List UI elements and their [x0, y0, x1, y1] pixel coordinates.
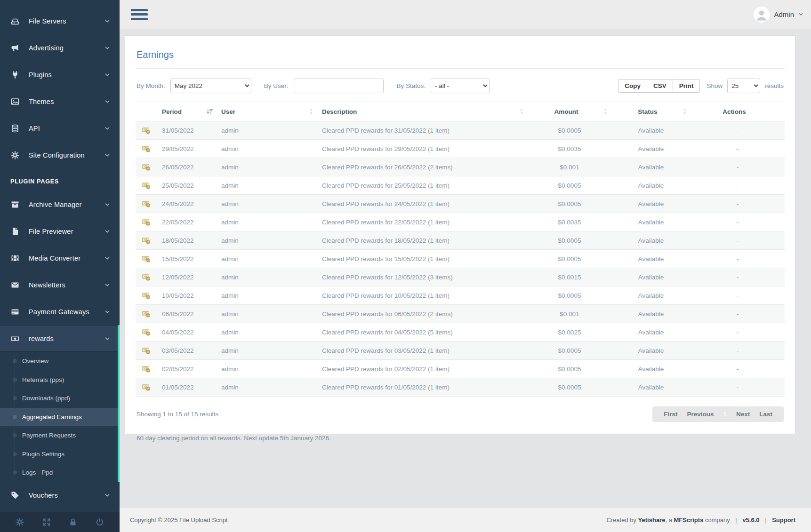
user-cell: admin	[217, 378, 317, 397]
chevron-down-icon	[104, 229, 110, 234]
table-header: PeriodUserDescriptionAmountStatusActions	[136, 102, 785, 121]
sidebar-item-vouchers[interactable]: Vouchers	[0, 482, 120, 509]
sidebar-item-label: Archive Manager	[29, 201, 104, 208]
credits-separator-text: , a	[665, 516, 672, 524]
description-cell: Cleared PPD rewards for 31/05/2022 (1 it…	[317, 121, 528, 140]
sidebar-subitem-plugin-settings[interactable]: Plugin Settings	[0, 445, 120, 464]
amount-cell: $0.0005	[528, 231, 611, 250]
csv-button[interactable]: CSV	[647, 79, 673, 93]
sidebar-item-media-converter[interactable]: Media Converter	[0, 245, 120, 271]
description-cell: Cleared PPD rewards for 12/05/2022 (3 it…	[317, 268, 528, 286]
sidebar: File ServersAdvertisingPluginsThemesAPIS…	[0, 0, 120, 532]
sort-icon	[602, 108, 609, 115]
pagination-previous[interactable]: Previous	[682, 411, 718, 418]
gear-icon[interactable]	[15, 517, 24, 527]
sidebar-item-file-previewer[interactable]: File Previewer	[0, 218, 120, 245]
money-icon	[10, 334, 22, 343]
pagination-next[interactable]: Next	[731, 411, 755, 418]
amount-cell: $0.0005	[528, 121, 611, 140]
sidebar-expanded-section: rewardsOverviewReferrals (pps)Downloads …	[0, 325, 120, 482]
pagination-first[interactable]: First	[659, 411, 682, 418]
table-row: 03/05/2022adminCleared PPD rewards for 0…	[136, 341, 785, 360]
tag-icon	[10, 491, 22, 500]
pipe-separator: |	[761, 516, 770, 524]
period-cell: 15/05/2022	[157, 250, 217, 268]
pipe-separator: |	[731, 516, 740, 524]
column-header-label: Amount	[554, 108, 578, 115]
sidebar-item-themes[interactable]: Themes	[0, 88, 120, 115]
user-filter-input[interactable]	[294, 79, 384, 93]
creditcard-icon	[10, 307, 22, 317]
status-cell: Available	[611, 268, 691, 286]
table-footer: Showing 1 to 15 of 15 results FirstPrevi…	[136, 406, 785, 422]
status-cell: Available	[611, 121, 691, 140]
actions-cell: -	[691, 250, 785, 268]
description-cell: Cleared PPD rewards for 03/05/2022 (1 it…	[317, 341, 528, 360]
support-link[interactable]: Support	[772, 516, 795, 524]
copy-button[interactable]: Copy	[618, 79, 647, 93]
mfscripts-link[interactable]: MFScripts	[674, 516, 704, 524]
sidebar-subitem-overview[interactable]: Overview	[0, 352, 120, 371]
actions-cell: -	[691, 176, 785, 195]
sidebar-subitem-payment-requests[interactable]: Payment Requests	[0, 426, 120, 445]
actions-cell: -	[691, 305, 785, 323]
sidebar-item-site-configuration[interactable]: Site Configuration	[0, 142, 120, 168]
status-cell: Available	[611, 195, 691, 213]
credits-text: Created by Yetishare, a MFScripts compan…	[606, 516, 795, 524]
earnings-card: Earnings By Month: May 2022 By User: By …	[125, 35, 795, 434]
period-cell: 25/05/2022	[157, 176, 217, 195]
sidebar-subitem-downloads-ppd[interactable]: Downloads (ppd)	[0, 389, 120, 408]
filter-row: By Month: May 2022 By User: By Status: -…	[136, 79, 785, 93]
sidebar-subitem-aggregated-earnings[interactable]: Aggregated Earnings	[0, 408, 120, 427]
print-button[interactable]: Print	[673, 79, 700, 93]
sidebar-item-file-servers[interactable]: File Servers	[0, 8, 120, 34]
sidebar-item-newsletters[interactable]: Newsletters	[0, 271, 120, 298]
user-cell: admin	[217, 231, 317, 250]
month-select[interactable]: May 2022	[170, 79, 251, 93]
user-cell: admin	[217, 286, 317, 305]
table-row: 26/05/2022adminCleared PPD rewards for 2…	[136, 158, 785, 176]
description-cell: Cleared PPD rewards for 06/05/2022 (2 it…	[317, 305, 528, 323]
pagination-1[interactable]: 1	[718, 411, 731, 418]
results-label: results	[765, 82, 784, 89]
sidebar-item-advertising[interactable]: Advertising	[0, 34, 120, 61]
hamburger-menu-icon[interactable]	[131, 9, 148, 20]
sidebar-subitem-referrals-pps[interactable]: Referrals (pps)	[0, 371, 120, 389]
money-row-icon	[136, 231, 157, 250]
app-window: File ServersAdvertisingPluginsThemesAPIS…	[0, 0, 811, 532]
pagination-last[interactable]: Last	[755, 411, 777, 418]
column-header-amount[interactable]: Amount	[528, 102, 611, 121]
chevron-down-icon	[104, 152, 110, 158]
description-cell: Cleared PPD rewards for 04/05/2022 (5 it…	[317, 323, 528, 341]
sidebar-item-api[interactable]: API	[0, 115, 120, 142]
sidebar-item-label: API	[29, 125, 104, 132]
sidebar-item-plugins[interactable]: Plugins	[0, 61, 120, 88]
archive-icon	[10, 200, 22, 209]
table-row: 01/05/2022adminCleared PPD rewards for 0…	[136, 378, 785, 397]
amount-cell: $0.0005	[528, 286, 611, 305]
expand-icon[interactable]	[42, 517, 51, 527]
lock-icon[interactable]	[68, 517, 78, 527]
page-size-select[interactable]: 25	[727, 79, 760, 93]
period-cell: 12/05/2022	[157, 268, 217, 286]
status-select[interactable]: - all -	[431, 79, 490, 93]
yetishare-link[interactable]: Yetishare	[638, 516, 666, 524]
sidebar-item-label: File Previewer	[29, 228, 104, 235]
power-icon[interactable]	[95, 517, 104, 527]
column-header-period[interactable]: Period	[157, 102, 217, 121]
sidebar-item-rewards[interactable]: rewards	[0, 325, 120, 352]
sidebar-subitem-logs-ppd[interactable]: Logs - Ppd	[0, 463, 120, 482]
chevron-down-icon	[104, 99, 110, 104]
period-cell: 31/05/2022	[157, 121, 217, 140]
file-icon	[10, 227, 22, 236]
sidebar-item-archive-manager[interactable]: Archive Manager	[0, 191, 120, 218]
column-header-description[interactable]: Description	[317, 102, 528, 121]
sidebar-item-payment-gateways[interactable]: Payment Gateways	[0, 298, 120, 325]
user-cell: admin	[217, 140, 317, 158]
export-button-group: Copy CSV Print	[618, 79, 700, 93]
column-header-user[interactable]: User	[217, 102, 317, 121]
sidebar-submenu: OverviewReferrals (pps)Downloads (ppd)Ag…	[0, 352, 120, 482]
sidebar-section-heading: PLUGIN PAGES	[0, 168, 120, 191]
column-header-status[interactable]: Status	[611, 102, 691, 121]
user-menu[interactable]: Admin	[754, 7, 803, 23]
